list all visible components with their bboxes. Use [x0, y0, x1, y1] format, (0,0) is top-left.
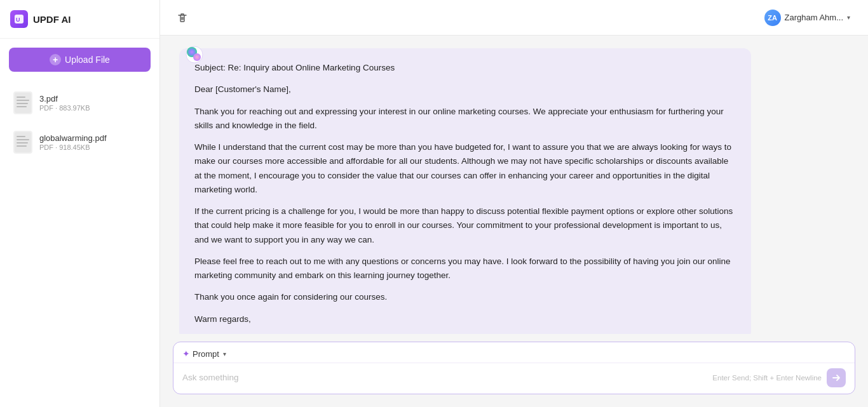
message-paragraph: Warm regards,: [194, 312, 736, 326]
file-meta: PDF · 883.97KB: [39, 104, 90, 112]
send-button[interactable]: [827, 368, 846, 387]
input-box: ✦ Prompt ▾ Enter Send; Shift + Enter New…: [173, 342, 855, 394]
avatar: ZA: [764, 10, 781, 26]
avatar-initials: ZA: [768, 14, 777, 22]
trash-icon: [177, 12, 188, 23]
svg-rect-5: [17, 100, 29, 101]
ai-message: Subject: Re: Inquiry about Online Market…: [179, 48, 751, 334]
svg-rect-13: [17, 145, 27, 147]
svg-rect-11: [17, 139, 29, 140]
sidebar: U UPDF AI + Upload File 3.pdf P: [0, 0, 160, 407]
message-paragraph: Please feel free to reach out to me with…: [194, 255, 736, 283]
prompt-dropdown[interactable]: Prompt: [193, 349, 219, 359]
svg-rect-10: [17, 136, 25, 137]
chat-area: Subject: Re: Inquiry about Online Market…: [160, 36, 868, 334]
file-name: globalwarming.pdf: [39, 133, 107, 143]
main-content: ZA Zargham Ahm... ▾: [160, 0, 868, 407]
file-info: 3.pdf PDF · 883.97KB: [39, 94, 90, 112]
message-paragraph: Thank you once again for considering our…: [194, 290, 736, 304]
svg-rect-12: [17, 142, 28, 143]
file-info: globalwarming.pdf PDF · 918.45KB: [39, 133, 107, 151]
file-meta: PDF · 918.45KB: [39, 143, 107, 151]
file-item[interactable]: globalwarming.pdf PDF · 918.45KB: [4, 124, 156, 161]
file-list: 3.pdf PDF · 883.97KB globalwarming.pdf P…: [0, 81, 159, 164]
svg-rect-7: [17, 106, 27, 107]
upload-btn-label: Upload File: [65, 55, 110, 65]
chevron-down-icon: ▾: [847, 14, 850, 21]
delete-button[interactable]: [173, 8, 192, 27]
input-hint: Enter Send; Shift + Enter Newline: [712, 374, 822, 382]
upload-file-button[interactable]: + Upload File: [9, 48, 151, 72]
file-icon: [13, 91, 33, 115]
file-icon: [13, 130, 33, 154]
svg-text:U: U: [16, 17, 20, 23]
upload-plus-icon: +: [50, 54, 61, 65]
input-row: Enter Send; Shift + Enter Newline: [173, 363, 855, 394]
sidebar-header: U UPDF AI: [0, 0, 159, 39]
file-name: 3.pdf: [39, 94, 90, 103]
dropdown-arrow-icon: ▾: [223, 350, 226, 357]
user-info[interactable]: ZA Zargham Ahm... ▾: [759, 7, 855, 29]
input-toolbar: ✦ Prompt ▾: [173, 342, 855, 363]
message-paragraph: While I understand that the current cost…: [194, 140, 736, 197]
send-icon: [832, 373, 841, 382]
file-item[interactable]: 3.pdf PDF · 883.97KB: [4, 84, 156, 121]
ai-avatar-icon: [186, 46, 203, 66]
message-paragraph: Thank you for reaching out and expressin…: [194, 105, 736, 133]
input-area: ✦ Prompt ▾ Enter Send; Shift + Enter New…: [160, 334, 868, 407]
sidebar-title: UPDF AI: [33, 14, 71, 25]
main-header: ZA Zargham Ahm... ▾: [160, 0, 868, 36]
message-paragraph: Dear [Customer's Name],: [194, 83, 736, 97]
message-subject: Subject: Re: Inquiry about Online Market…: [194, 61, 736, 75]
sparkle-icon: ✦: [182, 349, 190, 359]
message-text: Subject: Re: Inquiry about Online Market…: [194, 61, 736, 326]
svg-rect-4: [17, 97, 25, 98]
updf-logo: U: [10, 10, 28, 28]
username-label: Zargham Ahm...: [785, 13, 843, 22]
svg-rect-6: [17, 103, 28, 104]
ask-input[interactable]: [182, 370, 712, 385]
svg-point-18: [193, 53, 201, 61]
message-paragraph: If the current pricing is a challenge fo…: [194, 204, 736, 247]
